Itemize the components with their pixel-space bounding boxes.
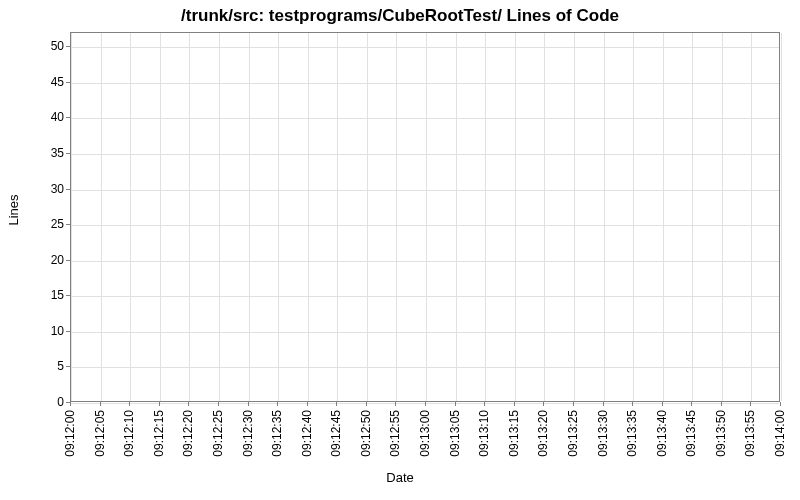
x-tick-label: 09:12:50 (359, 410, 373, 457)
y-tick-label: 15 (34, 288, 64, 302)
y-tick-mark (66, 46, 70, 47)
grid-line-v (249, 33, 250, 401)
x-tick-mark (100, 402, 101, 406)
x-tick-label: 09:13:50 (714, 410, 728, 457)
y-tick-label: 5 (34, 359, 64, 373)
grid-line-h (71, 154, 779, 155)
y-tick-label: 10 (34, 324, 64, 338)
x-tick-mark (248, 402, 249, 406)
x-tick-mark (603, 402, 604, 406)
x-tick-label: 09:12:25 (211, 410, 225, 457)
grid-line-v (722, 33, 723, 401)
grid-line-v (278, 33, 279, 401)
x-tick-label: 09:12:55 (388, 410, 402, 457)
y-tick-label: 50 (34, 39, 64, 53)
y-tick-label: 35 (34, 146, 64, 160)
x-tick-label: 09:12:15 (152, 410, 166, 457)
grid-line-v (692, 33, 693, 401)
x-tick-mark (307, 402, 308, 406)
y-tick-mark (66, 189, 70, 190)
x-tick-mark (425, 402, 426, 406)
y-tick-mark (66, 82, 70, 83)
grid-line-v (308, 33, 309, 401)
y-tick-mark (66, 224, 70, 225)
y-tick-mark (66, 331, 70, 332)
grid-line-h (71, 296, 779, 297)
grid-line-v (604, 33, 605, 401)
x-tick-label: 09:13:20 (536, 410, 550, 457)
x-tick-mark (336, 402, 337, 406)
chart-root: /trunk/src: testprograms/CubeRootTest/ L… (0, 0, 800, 500)
grid-line-v (101, 33, 102, 401)
grid-line-h (71, 332, 779, 333)
x-tick-label: 09:12:35 (270, 410, 284, 457)
x-tick-mark (662, 402, 663, 406)
grid-line-h (71, 47, 779, 48)
x-tick-label: 09:13:45 (684, 410, 698, 457)
grid-line-v (751, 33, 752, 401)
grid-line-v (781, 33, 782, 401)
x-tick-label: 09:13:55 (743, 410, 757, 457)
x-tick-mark (366, 402, 367, 406)
grid-line-v (515, 33, 516, 401)
x-tick-label: 09:14:00 (773, 410, 787, 457)
x-tick-label: 09:12:20 (181, 410, 195, 457)
x-tick-mark (277, 402, 278, 406)
grid-line-v (367, 33, 368, 401)
x-tick-mark (691, 402, 692, 406)
x-tick-label: 09:12:05 (93, 410, 107, 457)
x-tick-label: 09:13:40 (655, 410, 669, 457)
x-tick-mark (129, 402, 130, 406)
grid-line-h (71, 225, 779, 226)
x-tick-mark (632, 402, 633, 406)
x-tick-mark (455, 402, 456, 406)
y-tick-label: 25 (34, 217, 64, 231)
grid-line-v (633, 33, 634, 401)
x-tick-mark (780, 402, 781, 406)
grid-line-h (71, 367, 779, 368)
x-tick-mark (218, 402, 219, 406)
x-tick-mark (543, 402, 544, 406)
y-tick-mark (66, 366, 70, 367)
y-tick-label: 30 (34, 182, 64, 196)
x-tick-mark (395, 402, 396, 406)
x-tick-label: 09:13:00 (418, 410, 432, 457)
x-tick-mark (188, 402, 189, 406)
y-tick-mark (66, 260, 70, 261)
x-tick-label: 09:13:15 (507, 410, 521, 457)
plot-area (70, 32, 780, 402)
y-tick-mark (66, 117, 70, 118)
chart-title: /trunk/src: testprograms/CubeRootTest/ L… (0, 6, 800, 26)
y-tick-label: 20 (34, 253, 64, 267)
grid-line-v (189, 33, 190, 401)
y-axis-label: Lines (6, 194, 21, 225)
x-tick-label: 09:12:30 (241, 410, 255, 457)
grid-line-h (71, 190, 779, 191)
x-tick-label: 09:13:25 (566, 410, 580, 457)
y-tick-label: 40 (34, 110, 64, 124)
grid-line-v (130, 33, 131, 401)
x-tick-mark (159, 402, 160, 406)
x-tick-mark (573, 402, 574, 406)
grid-line-h (71, 261, 779, 262)
grid-line-v (456, 33, 457, 401)
grid-line-v (219, 33, 220, 401)
grid-line-v (485, 33, 486, 401)
grid-line-v (574, 33, 575, 401)
x-tick-mark (484, 402, 485, 406)
x-tick-label: 09:13:30 (596, 410, 610, 457)
x-tick-mark (70, 402, 71, 406)
grid-line-h (71, 118, 779, 119)
x-tick-label: 09:12:10 (122, 410, 136, 457)
x-tick-label: 09:12:00 (63, 410, 77, 457)
y-tick-label: 0 (34, 395, 64, 409)
x-tick-label: 09:12:45 (329, 410, 343, 457)
x-tick-label: 09:13:35 (625, 410, 639, 457)
grid-line-v (396, 33, 397, 401)
grid-line-v (663, 33, 664, 401)
grid-line-v (426, 33, 427, 401)
x-tick-label: 09:13:05 (448, 410, 462, 457)
y-tick-mark (66, 153, 70, 154)
y-tick-label: 45 (34, 75, 64, 89)
x-axis-label: Date (0, 470, 800, 485)
